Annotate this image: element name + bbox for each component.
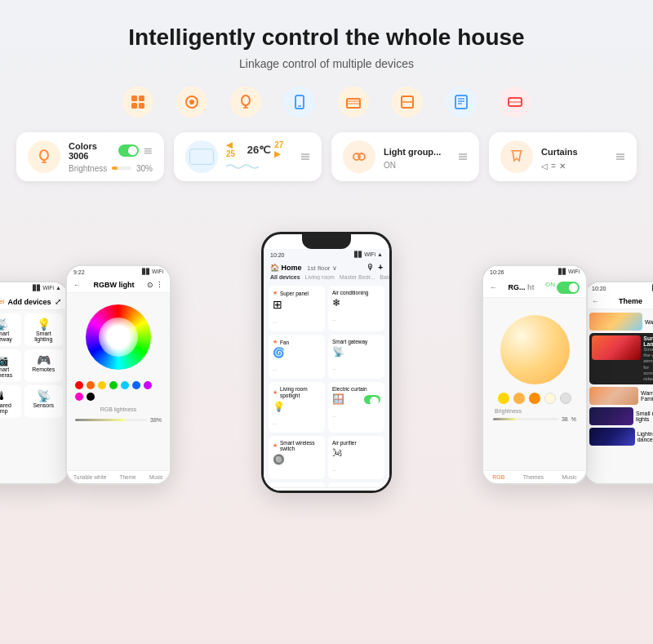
device-icon-8[interactable] (500, 87, 531, 118)
tab-balcony[interactable]: Balcon... (380, 274, 389, 280)
device-icon-2[interactable] (176, 87, 207, 118)
right1-nav-music[interactable]: Music (562, 474, 576, 480)
color-blue[interactable] (132, 381, 140, 389)
color-orange[interactable] (87, 381, 95, 389)
theme-night[interactable]: Small night lights (589, 407, 653, 425)
main-nav-appliance[interactable]: 🏠 Appliance (264, 491, 291, 493)
swatch-gray[interactable] (560, 393, 571, 404)
device-icon-7[interactable] (446, 87, 477, 118)
device-icon-5[interactable] (338, 87, 369, 118)
category-lighting[interactable]: 💡Smart lighting (24, 313, 64, 346)
lightgroup-status: ON (384, 161, 396, 170)
mic-icon[interactable]: 🎙 (366, 263, 375, 272)
color-purple[interactable] (144, 381, 152, 389)
back-icon-right2[interactable]: ← (592, 297, 599, 305)
color-red[interactable] (75, 381, 83, 389)
brightness-slider-bar[interactable] (75, 419, 147, 421)
color-swatches-row (498, 393, 571, 404)
right1-nav-rgb[interactable]: RGB (492, 474, 504, 480)
theme-lightning[interactable]: Lightning dance (589, 428, 653, 446)
main-nav-favorites[interactable]: ⭐ My Favorites (291, 491, 324, 493)
colors-toggle[interactable] (118, 144, 139, 157)
main-nav-scenes[interactable]: 🎭 Smart scene (357, 491, 389, 493)
category-remotes[interactable]: 🎮Remotes (24, 349, 64, 382)
swatch-darkorange[interactable] (529, 393, 540, 404)
category-cameras[interactable]: 📷Smart cameras (0, 349, 21, 382)
device-fan[interactable]: ★Fan 🌀 ··· (269, 335, 325, 379)
color-cyan[interactable] (121, 381, 129, 389)
curtain-close-btn[interactable]: ✕ (559, 162, 566, 171)
theme-sunset-img (592, 335, 641, 360)
curtain-toggle[interactable] (364, 395, 380, 404)
curtain-stop-btn[interactable]: = (551, 162, 556, 171)
main-nav-groups[interactable]: 💡 Light groups (324, 491, 357, 493)
colors-settings-icon[interactable] (144, 146, 153, 156)
color-pink[interactable] (75, 393, 83, 401)
right1-title: RG... ht (508, 283, 534, 291)
ac-settings-icon[interactable] (300, 152, 310, 162)
phone-left2-screen: 10:09 ▊▊ WiFi ▲ Cancel Add devices ⤢ 📡Sm… (0, 282, 68, 483)
device-electric-curtain[interactable]: Electric curtain 🪟 ··· (328, 382, 384, 433)
page-subtitle: Linkage control of multiple devices (239, 57, 414, 70)
curtain-open-btn[interactable]: ◁ (541, 162, 548, 171)
floor-label[interactable]: 1st floor ∨ (307, 264, 337, 272)
temp-down-btn[interactable]: ◀ 25 (226, 140, 244, 158)
device-icon-4[interactable] (284, 87, 315, 118)
device-air-purifier[interactable]: Air purifier 🌬 ··· (328, 436, 384, 479)
nav-tunable[interactable]: Tunable white (73, 474, 106, 480)
device-icon-6[interactable] (392, 87, 423, 118)
back-icon-right1[interactable]: ← (490, 283, 497, 291)
svg-point-6 (242, 95, 250, 105)
phone-notch (302, 234, 351, 249)
device-living-spotlight[interactable]: ★Living room spotlight 💡 ··· (269, 382, 325, 433)
brightness-pct: 38% (150, 417, 162, 423)
share-icon[interactable]: ⊙ (147, 281, 153, 289)
tab-all-devices[interactable]: All devices (270, 274, 300, 280)
screens-area: 10:09 ▊▊ WiFi ▲ Cancel Add devices ⤢ 📡Sm… (16, 199, 637, 493)
colors-card-content: Colors 3006 Brightness 30% (69, 141, 153, 173)
color-black[interactable] (87, 393, 95, 401)
right1-toggle[interactable] (557, 282, 580, 294)
swatch-orange[interactable] (513, 393, 525, 404)
phone-main-bottom-nav: 🏠 Appliance ⭐ My Favorites 💡 Light group… (264, 487, 389, 493)
temp-up-btn[interactable]: 27 ▶ (274, 140, 292, 158)
nav-theme[interactable]: Theme (119, 474, 135, 480)
nav-music[interactable]: Music (149, 474, 163, 480)
device-smart-gateway[interactable]: Smart gateway 📡 ··· (328, 335, 384, 379)
device-icon-1[interactable] (122, 87, 153, 118)
device-icon-3[interactable] (230, 87, 261, 118)
category-infrared[interactable]: 🌡Infrared temp (0, 385, 21, 418)
color-wheel[interactable] (86, 304, 151, 370)
device-super-panel[interactable]: ★Super panel ⊞ ··· (269, 286, 325, 331)
device-wireless-switch[interactable]: ★Smart wireless switch 🔘 (269, 436, 325, 479)
lightgroup-settings-icon[interactable] (458, 152, 468, 162)
device-air-conditioning[interactable]: Air conditioning ❄ ··· (328, 286, 384, 331)
gradient-circle[interactable] (500, 315, 570, 384)
color-green[interactable] (109, 381, 118, 389)
right1-nav-themes[interactable]: Themes (523, 474, 544, 480)
expand-icon[interactable]: ⤢ (55, 297, 61, 306)
lightgroup-title: Light group... (384, 147, 441, 157)
curtains-settings-icon[interactable] (615, 152, 625, 162)
phone-main-screen: 10:20 ▊▊ WiFi ▲ 🏠 Home 1st floor ∨ 🎙 + (264, 249, 389, 493)
right1-slider-bar[interactable] (493, 418, 558, 420)
category-sensors[interactable]: 📡Sensors (24, 385, 64, 418)
cancel-btn[interactable]: Cancel (0, 298, 4, 305)
category-gateway[interactable]: 📡Smart gateway (0, 313, 21, 346)
tab-living-room[interactable]: Living room (305, 274, 335, 280)
theme-sunset[interactable]: Sunset Lamps Simulates the warm atmosphe… (589, 333, 653, 384)
swatch-cream[interactable] (544, 393, 556, 404)
right1-toggle-indicator: ON (545, 281, 555, 294)
more-icon[interactable]: ⋮ (156, 281, 163, 289)
color-yellow[interactable] (98, 381, 106, 389)
tab-master-bedr[interactable]: Master Bedr... (340, 274, 375, 280)
back-icon-left1[interactable]: ← (73, 281, 81, 289)
phone-right1-body: Brightness 38 % (483, 298, 586, 470)
phone-right2-header: ← Theme ⋮ (585, 294, 653, 309)
theme-wake-up[interactable]: Wake up (589, 313, 653, 331)
theme-family[interactable]: Warm Family (589, 387, 653, 405)
brightness-slider[interactable] (112, 167, 131, 170)
swatch-gold[interactable] (498, 393, 509, 404)
ac-wave-icon (226, 163, 259, 170)
add-icon[interactable]: + (378, 263, 383, 272)
